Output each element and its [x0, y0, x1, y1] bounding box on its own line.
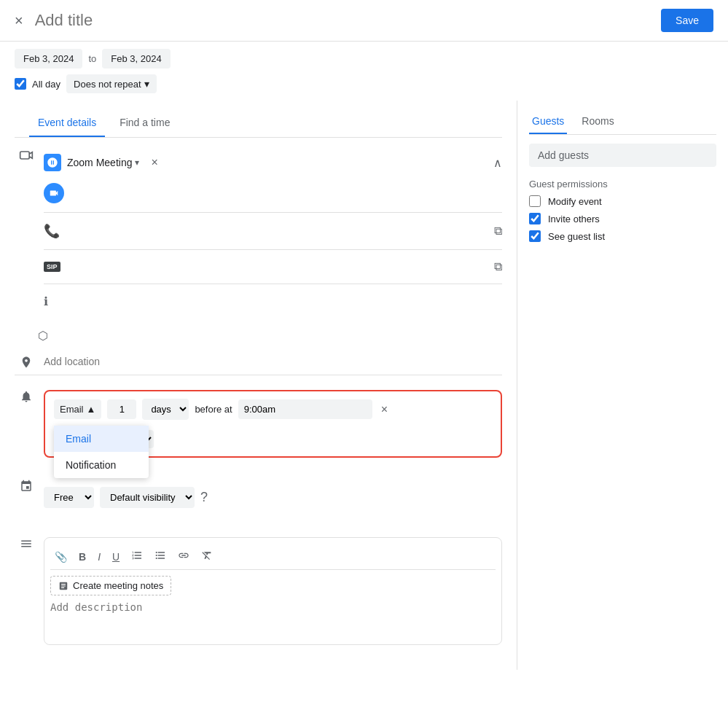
underline-button[interactable]: U: [108, 548, 124, 566]
allday-label: All day: [32, 79, 60, 90]
dropdown-item-notification[interactable]: Notification: [54, 452, 149, 478]
save-button[interactable]: Save: [661, 9, 713, 32]
permission-invite-row: Invite others: [529, 213, 716, 224]
zoom-dropdown-arrow-icon: ▾: [135, 157, 139, 168]
svg-rect-0: [20, 152, 30, 159]
left-panel: Event details Find a time: [0, 101, 517, 670]
notification-controls: Email ▲ Email Notification 1 days: [54, 399, 492, 420]
copy-sip-icon[interactable]: ⧉: [494, 260, 502, 273]
phone-icon: 📞: [44, 223, 60, 239]
location-input[interactable]: [44, 356, 502, 367]
visibility-select[interactable]: Default visibility Public Private: [100, 487, 195, 508]
phone-row: 📞 ⧉: [44, 216, 502, 246]
open-external-row: ⬡: [38, 323, 502, 348]
notif-type-container: Email ▲ Email Notification: [54, 399, 101, 419]
allday-row: All day Does not repeat ▾: [0, 71, 728, 101]
end-date-chip[interactable]: Feb 3, 2024: [102, 49, 170, 69]
attach-button[interactable]: 📎: [50, 548, 71, 566]
zoom-label: Zoom Meeting: [67, 157, 132, 168]
left-tabs: Event details Find a time: [15, 109, 502, 138]
bold-button[interactable]: B: [74, 548, 90, 566]
info-row: ℹ: [44, 287, 502, 316]
description-toolbar: 📎 B I U: [50, 544, 496, 570]
location-icon: [15, 356, 38, 369]
repeat-label: Does not repeat: [74, 79, 141, 90]
permission-seelist-row: See guest list: [529, 230, 716, 242]
free-busy-select[interactable]: Free Busy: [44, 487, 94, 508]
description-section: 📎 B I U: [15, 523, 502, 660]
allday-checkbox[interactable]: [15, 78, 26, 90]
title-input[interactable]: [35, 11, 661, 30]
guest-permissions-section: Guest permissions Modify event Invite ot…: [529, 179, 716, 242]
permission-seelist-checkbox[interactable]: [529, 230, 541, 242]
zoom-circle-icon[interactable]: [44, 183, 64, 203]
notification-number-input[interactable]: 1: [107, 399, 136, 419]
permission-modify-checkbox[interactable]: [529, 195, 541, 207]
repeat-dropdown[interactable]: Does not repeat ▾: [66, 74, 157, 93]
unordered-list-button[interactable]: [150, 547, 171, 566]
zoom-dropdown[interactable]: Zoom Meeting ▾: [67, 157, 139, 168]
bell-icon: [15, 383, 38, 403]
permissions-title: Guest permissions: [529, 179, 716, 190]
copy-phone-icon[interactable]: ⧉: [494, 224, 502, 238]
tab-rooms[interactable]: Rooms: [579, 109, 617, 134]
close-icon[interactable]: ×: [15, 12, 23, 29]
notif-type-arrow-icon: ▲: [87, 404, 96, 415]
permission-modify-row: Modify event: [529, 195, 716, 207]
tab-event-details[interactable]: Event details: [29, 109, 105, 137]
zoom-close-icon[interactable]: ×: [151, 156, 157, 169]
notification-close-icon[interactable]: ×: [381, 403, 388, 416]
description-icon: [15, 530, 38, 550]
zoom-meeting-section: Zoom Meeting ▾ × ∧: [44, 148, 502, 316]
notification-before-label: before at: [195, 404, 232, 415]
notification-box-content: Email ▲ Email Notification 1 days: [44, 383, 502, 465]
zoom-icon-row: [44, 177, 502, 209]
create-meeting-notes-button[interactable]: Create meeting notes: [50, 576, 171, 595]
add-guests-input[interactable]: [529, 144, 716, 167]
notification-time-input[interactable]: 9:00am: [238, 399, 372, 419]
top-bar: × Save: [0, 0, 728, 42]
video-icon: [15, 148, 38, 163]
notification-section: Email ▲ Email Notification 1 days: [15, 375, 502, 472]
open-external-icon[interactable]: ⬡: [38, 329, 48, 343]
permission-modify-label: Modify event: [548, 196, 602, 207]
video-conference-section: Zoom Meeting ▾ × ∧: [15, 138, 502, 323]
status-help-icon[interactable]: ?: [200, 490, 208, 505]
link-button[interactable]: [173, 547, 194, 566]
repeat-arrow-icon: ▾: [144, 78, 149, 90]
sip-badge: SIP: [44, 262, 60, 272]
description-area: 📎 B I U: [44, 530, 502, 652]
collapse-icon[interactable]: ∧: [493, 156, 502, 170]
date-row: Feb 3, 2024 to Feb 3, 2024: [0, 42, 728, 71]
location-row: [15, 348, 502, 375]
tab-find-time[interactable]: Find a time: [111, 109, 179, 137]
notif-type-label: Email: [60, 404, 84, 415]
permission-invite-label: Invite others: [548, 214, 600, 224]
description-input[interactable]: [50, 601, 496, 636]
start-date-chip[interactable]: Feb 3, 2024: [15, 49, 82, 69]
notification-unit-select[interactable]: days: [142, 399, 189, 420]
sip-row: SIP ⧉: [44, 253, 502, 281]
ordered-list-button[interactable]: [127, 547, 147, 566]
italic-button[interactable]: I: [93, 548, 105, 566]
notification-box: Email ▲ Email Notification 1 days: [44, 390, 502, 458]
date-to-label: to: [88, 53, 96, 64]
info-icon[interactable]: ℹ: [44, 294, 48, 308]
tab-guests[interactable]: Guests: [529, 109, 567, 134]
status-row: Free Busy Default visibility Public Priv…: [15, 472, 502, 523]
right-panel: Guests Rooms Guest permissions Modify ev…: [517, 101, 728, 670]
right-tabs: Guests Rooms: [529, 109, 716, 135]
status-controls: Free Busy Default visibility Public Priv…: [44, 480, 502, 515]
permission-invite-checkbox[interactable]: [529, 213, 541, 224]
calendar-icon: [15, 480, 38, 493]
create-notes-label: Create meeting notes: [73, 580, 163, 591]
permission-seelist-label: See guest list: [548, 231, 605, 242]
notification-type-select[interactable]: Email ▲: [54, 399, 101, 419]
dropdown-item-email[interactable]: Email: [54, 426, 149, 452]
remove-format-button[interactable]: [197, 547, 217, 566]
zoom-row: Zoom Meeting ▾ × ∧: [44, 148, 502, 177]
notification-dropdown-menu: Email Notification: [54, 426, 149, 478]
zoom-logo-icon: [44, 154, 61, 171]
